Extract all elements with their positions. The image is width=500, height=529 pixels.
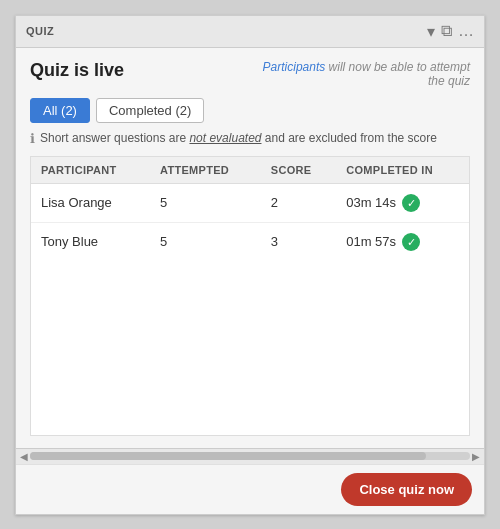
completed-time: 01m 57s	[346, 234, 396, 249]
cell-completed-in: 01m 57s✓	[336, 222, 469, 261]
cell-score: 3	[261, 222, 336, 261]
table-row: Lisa Orange5203m 14s✓	[31, 183, 469, 222]
cell-completed-in: 03m 14s✓	[336, 183, 469, 222]
quiz-title: Quiz is live	[30, 60, 124, 81]
widget-controls: ▾ ⧉ …	[427, 22, 474, 41]
results-table-container: PARTICIPANT ATTEMPTED SCORE COMPLETED IN…	[30, 156, 470, 436]
check-icon: ✓	[402, 194, 420, 212]
col-score: SCORE	[261, 157, 336, 184]
info-icon: ℹ	[30, 131, 35, 146]
table-row: Tony Blue5301m 57s✓	[31, 222, 469, 261]
cell-attempted: 5	[150, 222, 261, 261]
col-attempted: ATTEMPTED	[150, 157, 261, 184]
col-completed-in: COMPLETED IN	[336, 157, 469, 184]
status-text: will now be able to attempt the quiz	[325, 60, 470, 88]
widget-title: QUIZ	[26, 25, 54, 37]
widget-footer: Close quiz now	[16, 464, 484, 514]
tab-all[interactable]: All (2)	[30, 98, 90, 123]
horizontal-scrollbar[interactable]: ◀ ▶	[16, 448, 484, 464]
cell-score: 2	[261, 183, 336, 222]
more-icon[interactable]: …	[458, 22, 474, 40]
close-quiz-button[interactable]: Close quiz now	[341, 473, 472, 506]
dropdown-icon[interactable]: ▾	[427, 22, 435, 41]
table-header-row: PARTICIPANT ATTEMPTED SCORE COMPLETED IN	[31, 157, 469, 184]
scroll-track[interactable]	[30, 452, 470, 460]
scroll-right-arrow[interactable]: ▶	[472, 451, 480, 462]
quiz-header: Quiz is live Participants will now be ab…	[30, 60, 470, 88]
tab-completed[interactable]: Completed (2)	[96, 98, 204, 123]
col-participant: PARTICIPANT	[31, 157, 150, 184]
scroll-left-arrow[interactable]: ◀	[20, 451, 28, 462]
cell-attempted: 5	[150, 183, 261, 222]
scroll-thumb	[30, 452, 426, 460]
window-icon[interactable]: ⧉	[441, 22, 452, 40]
widget-header: QUIZ ▾ ⧉ …	[16, 16, 484, 48]
info-text: Short answer questions are not evaluated…	[40, 131, 437, 145]
results-table: PARTICIPANT ATTEMPTED SCORE COMPLETED IN…	[31, 157, 469, 261]
cell-participant: Lisa Orange	[31, 183, 150, 222]
participants-label: Participants	[263, 60, 326, 74]
cell-participant: Tony Blue	[31, 222, 150, 261]
widget-body: Quiz is live Participants will now be ab…	[16, 48, 484, 448]
quiz-status: Participants will now be able to attempt…	[250, 60, 470, 88]
quiz-widget: QUIZ ▾ ⧉ … Quiz is live Participants wil…	[15, 15, 485, 515]
tabs-container: All (2) Completed (2)	[30, 98, 470, 123]
check-icon: ✓	[402, 233, 420, 251]
info-bar: ℹ Short answer questions are not evaluat…	[30, 131, 470, 146]
completed-time: 03m 14s	[346, 195, 396, 210]
